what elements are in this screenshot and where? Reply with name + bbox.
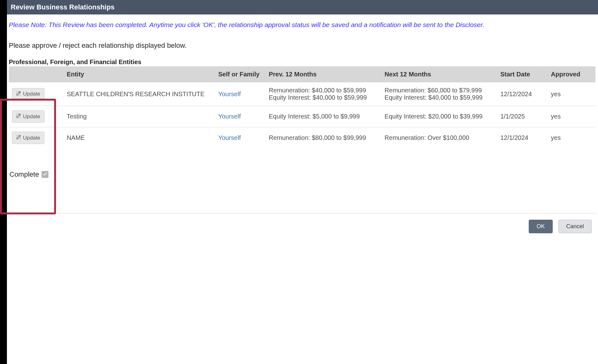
check-icon <box>42 170 48 179</box>
start-cell: 12/1/2024 <box>497 127 548 149</box>
ok-button[interactable]: OK <box>529 220 553 233</box>
left-gutter <box>0 0 7 246</box>
entity-cell: Testing <box>64 106 215 127</box>
start-cell: 12/12/2024 <box>497 82 548 106</box>
table-row: Update Testing Yourself Equity Interest:… <box>9 106 595 127</box>
prev-cell: Remuneration: $80,000 to $99,999 <box>266 127 381 149</box>
edit-icon <box>16 113 21 120</box>
self-link[interactable]: Yourself <box>218 134 241 141</box>
complete-label: Complete <box>9 170 39 179</box>
table-header-row: Entity Self or Family Prev. 12 Months Ne… <box>9 66 595 82</box>
section-title: Professional, Foreign, and Financial Ent… <box>9 58 595 66</box>
start-cell: 1/1/2025 <box>497 106 548 127</box>
col-entity-header: Entity <box>64 66 215 82</box>
entity-cell: SEATTLE CHILDREN'S RESEARCH INSTITUTE <box>64 82 215 106</box>
instruction-text: Please approve / reject each relationshi… <box>9 41 595 50</box>
update-button-label: Update <box>23 135 40 141</box>
table-row: Update NAME Yourself Remuneration: $80,0… <box>9 127 595 149</box>
prev-cell: Remuneration: $40,000 to $59,999 Equity … <box>266 82 381 106</box>
update-button[interactable]: Update <box>12 110 44 123</box>
edit-icon <box>16 135 21 141</box>
self-link[interactable]: Yourself <box>218 113 241 120</box>
content-area: Please Note: This Review has been comple… <box>7 14 598 246</box>
footer-buttons: OK Cancel <box>9 216 595 240</box>
update-button-label: Update <box>23 91 40 97</box>
next-cell: Remuneration: $60,000 to $79,999 Equity … <box>381 82 497 106</box>
approved-cell: yes <box>548 82 595 106</box>
next-cell: Equity Interest: $20,000 to $39,999 <box>381 106 497 127</box>
table-row: Update SEATTLE CHILDREN'S RESEARCH INSTI… <box>9 82 595 106</box>
approved-cell: yes <box>548 127 595 149</box>
col-self-header: Self or Family <box>215 66 266 82</box>
col-start-header: Start Date <box>497 66 548 82</box>
update-button-label: Update <box>23 113 40 120</box>
col-prev-header: Prev. 12 Months <box>266 66 381 82</box>
prev-cell: Equity Interest: $5,000 to $9,999 <box>266 106 381 127</box>
svg-rect-0 <box>17 91 20 95</box>
relationships-table: Entity Self or Family Prev. 12 Months Ne… <box>9 66 595 148</box>
dialog-header: Review Business Relationships <box>7 0 598 14</box>
col-action-header <box>9 66 64 82</box>
svg-rect-2 <box>17 135 20 139</box>
col-approved-header: Approved <box>548 66 595 82</box>
complete-row: Complete <box>9 170 595 179</box>
cancel-button[interactable]: Cancel <box>558 220 592 233</box>
entity-cell: NAME <box>64 127 215 149</box>
page-title: Review Business Relationships <box>11 3 115 11</box>
next-cell: Remuneration: Over $100,000 <box>381 127 497 149</box>
self-link[interactable]: Yourself <box>218 91 241 97</box>
complete-checkbox[interactable] <box>42 171 48 178</box>
update-button[interactable]: Update <box>12 88 44 100</box>
review-note-text: Please Note: This Review has been comple… <box>9 21 595 29</box>
update-button[interactable]: Update <box>12 132 44 144</box>
approved-cell: yes <box>548 106 595 127</box>
col-next-header: Next 12 Months <box>381 66 497 82</box>
svg-rect-1 <box>17 114 20 118</box>
footer-separator <box>9 213 595 213</box>
page-container: Review Business Relationships Please Not… <box>7 0 598 246</box>
edit-icon <box>16 91 21 97</box>
